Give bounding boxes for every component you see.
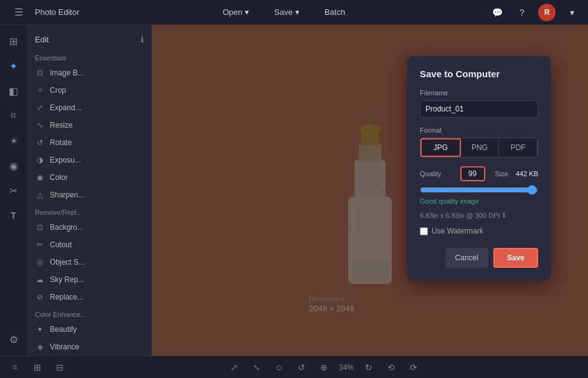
- chat-icon[interactable]: 💬: [488, 4, 506, 21]
- avatar[interactable]: R: [538, 4, 556, 21]
- section-essentials: Essentials: [27, 49, 151, 64]
- sidebar-icons: ⊞ ✦ ◧ ⌗ ☀ ◉ ✂ T ⚙: [0, 25, 27, 356]
- quality-note: Good quality image: [420, 197, 538, 205]
- expand-panel-icon: ⤢: [35, 103, 45, 113]
- replace-panel-icon: ⊘: [35, 292, 45, 302]
- save-chevron-icon: ▾: [295, 7, 300, 17]
- format-label: Format: [420, 126, 538, 134]
- sidebar-magic-icon[interactable]: ✦: [2, 55, 25, 77]
- topbar-right: 💬 ? R ▾: [488, 4, 581, 21]
- dpi-info-icon[interactable]: ℹ: [503, 211, 505, 219]
- panel-item-expand[interactable]: ⤢ Expand...: [27, 99, 151, 116]
- panel-item-beautify[interactable]: ✦ Beautify: [27, 321, 151, 338]
- beautify-panel-icon: ✦: [35, 324, 45, 334]
- help-icon[interactable]: ?: [513, 4, 531, 21]
- undo-icon[interactable]: ↺: [294, 360, 309, 375]
- panel-item-crop[interactable]: ⌗ Crop: [27, 82, 151, 99]
- panel-item-cutout[interactable]: ✂ Cutout: [27, 236, 151, 253]
- sidebar-adjust-icon[interactable]: ☀: [2, 130, 25, 152]
- quality-row: Quality Size 442 KB: [420, 166, 538, 181]
- emoji-icon[interactable]: ☺: [272, 360, 287, 375]
- cutout-panel-icon: ✂: [35, 240, 45, 250]
- quality-label: Quality: [420, 170, 455, 177]
- adjust-bottom-icon[interactable]: ⊞: [30, 360, 45, 375]
- modal-overlay: Save to Computer Filename Format JPG PNG…: [152, 25, 588, 356]
- topbar-center: Open ▾ Save ▾ Batch: [90, 5, 478, 19]
- hamburger-icon[interactable]: ☰: [7, 1, 30, 24]
- panel-item-color[interactable]: ◉ Color: [27, 169, 151, 186]
- redo-icon[interactable]: ↻: [361, 360, 376, 375]
- dpi-info: 6.83in x 6.83in @ 300 DPI ℹ: [420, 211, 538, 219]
- section-remove: Remove/Repl...: [27, 204, 151, 219]
- sidebar-text-icon[interactable]: T: [2, 204, 25, 227]
- panel-info-icon[interactable]: ℹ: [141, 35, 144, 44]
- rotate-panel-icon: ↺: [35, 138, 45, 148]
- quality-slider[interactable]: [420, 185, 538, 195]
- quality-input[interactable]: [460, 166, 485, 181]
- color-panel-icon: ◉: [35, 172, 45, 182]
- cancel-button[interactable]: Cancel: [445, 248, 488, 268]
- exposure-panel-icon: ◑: [35, 155, 45, 165]
- bottombar: ⌗ ⊞ ⊟ ⤢ ⤡ ☺ ↺ ⊕ 34% ↻ ⟲ ⟳: [0, 356, 588, 378]
- fit-icon[interactable]: ⤢: [227, 360, 242, 375]
- sidebar-crop-icon[interactable]: ⌗: [2, 105, 25, 127]
- panel-item-imageb[interactable]: ⊡ Image B...: [27, 64, 151, 82]
- format-png-button[interactable]: PNG: [461, 138, 500, 157]
- expand-bottom-icon[interactable]: ⤡: [249, 360, 264, 375]
- size-label: Size: [495, 170, 508, 177]
- grid-bottom-icon[interactable]: ⊟: [52, 360, 67, 375]
- zoom-percent: 34%: [339, 363, 354, 372]
- object-panel-icon: ◎: [35, 257, 45, 267]
- save-button[interactable]: Save ▾: [269, 5, 305, 19]
- dialog-buttons: Cancel Save: [420, 248, 538, 268]
- background-panel-icon: ⊡: [35, 222, 45, 232]
- panel-item-exposure[interactable]: ◑ Exposu...: [27, 151, 151, 169]
- chevron-down-icon[interactable]: ▾: [563, 4, 581, 21]
- bottombar-left: ⌗ ⊞ ⊟: [7, 360, 67, 375]
- open-button[interactable]: Open ▾: [217, 5, 254, 19]
- panel-item-sharpen[interactable]: △ Sharpen...: [27, 186, 151, 204]
- section-color-enhance: Color Enhance...: [27, 306, 151, 321]
- crop-panel-icon: ⌗: [35, 85, 45, 95]
- sharpen-panel-icon: △: [35, 190, 45, 200]
- crop-bottom-icon[interactable]: ⌗: [7, 360, 22, 375]
- topbar-left: ☰ Photo Editor: [7, 1, 80, 24]
- open-chevron-icon: ▾: [245, 7, 249, 17]
- image-basic-icon: ⊡: [35, 68, 45, 78]
- panel-item-object[interactable]: ◎ Object S...: [27, 253, 151, 271]
- rotate-right-icon[interactable]: ⟳: [406, 360, 421, 375]
- size-value: 442 KB: [516, 170, 538, 177]
- dialog-title: Save to Computer: [420, 69, 538, 79]
- format-row: JPG PNG PDF: [420, 138, 538, 158]
- panel-item-replace[interactable]: ⊘ Replace...: [27, 288, 151, 306]
- sidebar-color-icon[interactable]: ◉: [2, 154, 25, 177]
- format-jpg-button[interactable]: JPG: [420, 138, 461, 157]
- app-name: Photo Editor: [35, 7, 80, 17]
- zoom-in-icon[interactable]: ⊕: [316, 360, 331, 375]
- panel-item-vibrance[interactable]: ◈ Vibrance: [27, 338, 151, 356]
- rotate-left-icon[interactable]: ⟲: [384, 360, 399, 375]
- panel-item-background[interactable]: ⊡ Backgro...: [27, 219, 151, 236]
- sky-panel-icon: ☁: [35, 275, 45, 285]
- topbar: ☰ Photo Editor Open ▾ Save ▾ Batch 💬 ? R…: [0, 0, 588, 25]
- batch-button[interactable]: Batch: [320, 5, 350, 19]
- panel-item-rotate[interactable]: ↺ Rotate: [27, 134, 151, 151]
- sidebar-settings-icon[interactable]: ⚙: [2, 328, 25, 351]
- bottombar-center: ⤢ ⤡ ☺ ↺ ⊕ 34% ↻ ⟲ ⟳: [227, 360, 421, 375]
- filename-label: Filename: [420, 89, 538, 97]
- filename-input[interactable]: [420, 100, 538, 118]
- watermark-checkbox[interactable]: [420, 227, 428, 235]
- sidebar-remove-icon[interactable]: ✂: [2, 179, 25, 202]
- panel-item-sky[interactable]: ☁ Sky Rep...: [27, 271, 151, 288]
- panel-header: Edit ℹ: [27, 30, 151, 49]
- panel-title: Edit: [35, 35, 49, 44]
- resize-panel-icon: ⤡: [35, 120, 45, 130]
- watermark-label: Use Watermark: [432, 227, 483, 235]
- sidebar-grid-icon[interactable]: ⊞: [2, 30, 25, 52]
- watermark-row: Use Watermark: [420, 227, 538, 235]
- save-confirm-button[interactable]: Save: [493, 248, 538, 268]
- format-pdf-button[interactable]: PDF: [499, 138, 538, 157]
- canvas-area: Dimensions 2048 × 2048 Save to Computer …: [152, 25, 588, 356]
- panel-item-resize[interactable]: ⤡ Resize: [27, 116, 151, 134]
- sidebar-layers-icon[interactable]: ◧: [2, 80, 25, 102]
